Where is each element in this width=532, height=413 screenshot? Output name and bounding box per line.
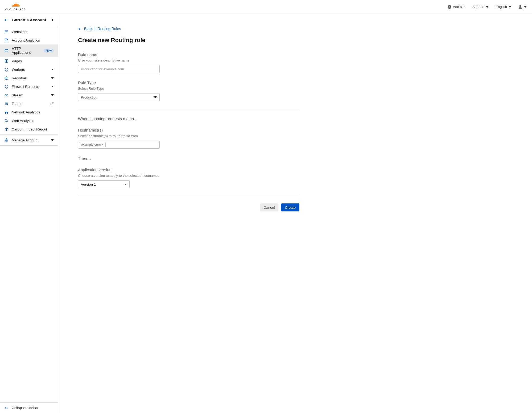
- sidebar-item-account-analytics[interactable]: Account Analytics: [0, 36, 58, 44]
- sidebar-item-label: Registrar: [12, 76, 26, 80]
- cancel-button[interactable]: Cancel: [260, 203, 278, 211]
- sidebar-item-label: Carbon Impact Report: [12, 127, 47, 131]
- cloudflare-logo[interactable]: CLOUDFLARE: [5, 3, 26, 11]
- svg-rect-7: [5, 112, 6, 113]
- sidebar-item-network-analytics[interactable]: Network Analytics: [0, 108, 58, 116]
- sidebar-item-stream[interactable]: Stream: [0, 91, 58, 99]
- shield-icon: [4, 84, 9, 89]
- back-link[interactable]: Back to Routing Rules: [78, 27, 121, 31]
- version-help: Choose a version to apply to the selecte…: [78, 174, 299, 178]
- language-label: English: [496, 5, 507, 9]
- search-icon: [4, 118, 9, 123]
- arrow-left-icon: [4, 18, 9, 22]
- sidebar-item-label: Firewall Rulesets: [12, 85, 39, 89]
- analytics-icon: [4, 38, 9, 42]
- rule-name-input[interactable]: [78, 65, 160, 73]
- remove-tag-icon[interactable]: ×: [102, 143, 104, 146]
- svg-rect-0: [5, 31, 8, 33]
- sidebar-nav: Websites Account Analytics HTTP Applicat…: [0, 26, 58, 402]
- sidebar-item-label: Workers: [12, 68, 25, 72]
- sidebar-item-websites[interactable]: Websites: [0, 27, 58, 36]
- add-site-button[interactable]: + Add site: [448, 5, 465, 9]
- rule-name-group: Rule name Give your rule a descriptive n…: [78, 52, 299, 73]
- sidebar-item-registrar[interactable]: Registrar: [0, 74, 58, 82]
- svg-point-11: [6, 140, 7, 141]
- account-switcher[interactable]: Garrett's Account: [0, 14, 58, 26]
- websites-icon: [4, 30, 9, 34]
- svg-point-4: [6, 95, 7, 96]
- back-link-label: Back to Routing Rules: [84, 27, 121, 31]
- support-label: Support: [472, 5, 485, 9]
- rule-name-help: Give your rule a descriptive name: [78, 58, 299, 62]
- divider: [78, 109, 299, 109]
- rule-type-label: Rule Type: [78, 80, 299, 85]
- hostnames-group: Hostnames(s) Select hostname(s) to route…: [78, 128, 299, 149]
- user-icon: [518, 5, 522, 9]
- hostname-tag-label: example.com: [81, 143, 101, 146]
- http-apps-icon: [4, 48, 9, 53]
- svg-point-6: [7, 103, 8, 104]
- sidebar-item-firewall-rulesets[interactable]: Firewall Rulesets: [0, 82, 58, 91]
- caret-right-icon: [52, 18, 54, 22]
- sidebar-item-workers[interactable]: Workers: [0, 65, 58, 74]
- sidebar-item-label: Websites: [12, 30, 26, 34]
- chevron-down-icon: [486, 6, 489, 8]
- chevron-down-icon: [51, 69, 54, 70]
- language-dropdown[interactable]: English: [496, 5, 511, 9]
- chevron-down-icon: [51, 77, 54, 79]
- rule-type-select[interactable]: Production: [78, 93, 160, 101]
- version-select[interactable]: Version 1 ▼: [78, 180, 130, 188]
- version-label: Application version: [78, 167, 299, 172]
- svg-rect-9: [6, 111, 7, 112]
- plus-circle-icon: +: [448, 5, 451, 9]
- workers-icon: [4, 67, 9, 72]
- cloud-icon: [10, 3, 21, 8]
- account-name: Garrett's Account: [12, 18, 46, 22]
- sidebar-item-label: Account Analytics: [12, 38, 40, 42]
- hostname-tag[interactable]: example.com ×: [79, 142, 106, 147]
- chevron-down-icon: [51, 139, 54, 141]
- page-title: Create new Routing rule: [78, 37, 299, 44]
- new-badge: New: [44, 49, 54, 52]
- main-content: Back to Routing Rules Create new Routing…: [58, 14, 532, 413]
- sidebar-item-teams[interactable]: Teams: [0, 99, 58, 108]
- svg-point-10: [5, 119, 7, 121]
- registrar-icon: [4, 76, 9, 80]
- stream-icon: [4, 93, 9, 97]
- sidebar-item-carbon-impact[interactable]: Carbon Impact Report: [0, 125, 58, 133]
- sidebar-item-manage-account[interactable]: Manage Account: [0, 136, 58, 144]
- sidebar-item-pages[interactable]: Pages: [0, 57, 58, 65]
- svg-point-5: [5, 103, 6, 104]
- collapse-sidebar-button[interactable]: Collapse sidebar: [0, 402, 58, 413]
- collapse-label: Collapse sidebar: [12, 406, 39, 410]
- version-value: Version 1: [81, 182, 96, 186]
- sidebar-item-label: Manage Account: [12, 138, 39, 142]
- svg-rect-1: [5, 49, 8, 52]
- sidebar-item-web-analytics[interactable]: Web Analytics: [0, 116, 58, 125]
- footer-actions: Cancel Create: [78, 203, 299, 211]
- create-button[interactable]: Create: [281, 203, 299, 211]
- sidebar-item-label: Stream: [12, 93, 23, 97]
- logo-text: CLOUDFLARE: [5, 8, 26, 11]
- support-dropdown[interactable]: Support: [472, 5, 489, 9]
- sidebar-item-label: Teams: [12, 102, 22, 106]
- pages-icon: [4, 59, 9, 63]
- rule-type-help: Select Rule Type: [78, 87, 299, 91]
- then-heading: Then…: [78, 156, 299, 161]
- double-chevron-left-icon: [4, 406, 9, 410]
- hostnames-label: Hostnames(s): [78, 128, 299, 132]
- hostnames-input[interactable]: example.com ×: [78, 141, 160, 149]
- chevron-down-icon: [524, 6, 527, 8]
- rule-name-label: Rule name: [78, 52, 299, 57]
- divider: [78, 196, 299, 196]
- add-site-label: Add site: [453, 5, 465, 9]
- network-icon: [4, 110, 9, 114]
- chevron-down-icon: [51, 86, 54, 87]
- user-menu[interactable]: [518, 5, 527, 9]
- external-link-icon: [50, 102, 54, 105]
- snowflake-icon: [4, 127, 9, 131]
- sidebar-item-label: Pages: [12, 59, 22, 63]
- sidebar-item-http-applications[interactable]: HTTP Applications New: [0, 44, 58, 57]
- topbar: CLOUDFLARE + Add site Support English: [0, 0, 532, 14]
- chevron-down-icon: [51, 94, 54, 96]
